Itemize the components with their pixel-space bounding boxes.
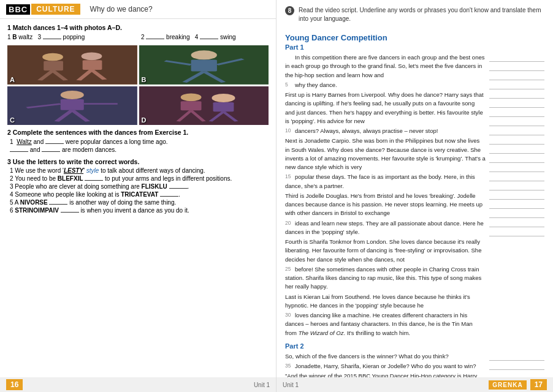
photo-d: D (139, 86, 269, 126)
answer-line (489, 156, 544, 163)
photo-a: A (7, 45, 137, 85)
answer-line (489, 55, 544, 62)
grenka-logo: GRENKA (489, 380, 526, 390)
image-grid: A B (7, 45, 269, 125)
ex3-title: 3 Use the letters to write the correct w… (7, 158, 269, 165)
reading-cols: In this competition there are five dance… (285, 53, 544, 339)
answer-line (489, 137, 544, 145)
ex2-item-1: 1 Waltz and were popular dances a long t… (10, 138, 269, 145)
reading-cols-2: So, which of the five dancers is the win… (285, 352, 544, 379)
svg-rect-11 (191, 59, 216, 71)
ex1-title: 1 Match dances 1–4 with photos A–D. (7, 24, 269, 31)
right-page: 8 Read the video script. Underline any w… (276, 0, 553, 392)
svg-rect-27 (213, 102, 234, 111)
answer-line (489, 202, 544, 209)
answer-line (489, 174, 544, 181)
culture-label: CULTURE (31, 4, 80, 15)
reading-text-main: In this competition there are five dance… (285, 53, 486, 339)
left-footer: 16 Unit 1 (0, 377, 276, 392)
photo-d-label: D (142, 116, 147, 124)
part2-label: Part 2 (285, 342, 544, 350)
svg-point-3 (82, 52, 102, 60)
svg-point-17 (61, 90, 84, 99)
svg-point-10 (191, 50, 216, 59)
exercise-3: 3 Use the letters to write the correct w… (7, 158, 269, 214)
unit-label-left: Unit 1 (254, 382, 270, 388)
photo-c-label: C (10, 116, 15, 124)
ex3-i4: 4 Someone who people like looking at is … (10, 190, 269, 198)
photo-c: C (7, 86, 137, 126)
ex2-item-2: and are modern dances. (10, 146, 269, 153)
side-answer-lines-2 (489, 352, 544, 379)
right-content: 8 Read the video script. Underline any w… (276, 0, 553, 379)
svg-point-24 (180, 93, 201, 101)
ex1-items: 1 B waltz 3 popping 2 breaking 4 swing (7, 33, 269, 40)
answer-line (489, 363, 544, 370)
photo-b: B (139, 45, 269, 85)
answer-line (489, 183, 544, 190)
reading-section: Young Dancer Competition Part 1 In this … (285, 33, 544, 379)
reading-text-part2: So, which of the five dancers is the win… (285, 352, 486, 379)
ex1-item-2: 2 breaking 4 swing (141, 33, 269, 40)
answer-line (489, 91, 544, 99)
q8-num: 8 (285, 6, 294, 15)
svg-rect-23 (139, 86, 269, 126)
svg-point-1 (42, 53, 63, 61)
ex3-i1: 1 We use the word 'LESTY' style to talk … (10, 167, 269, 174)
ex2-title: 2 Complete the sentences with the dances… (7, 129, 269, 136)
answer-line (489, 220, 544, 227)
photo-b-label: B (142, 76, 147, 83)
right-footer: Unit 1 GRENKA 17 (276, 377, 553, 392)
instruction-8-block: 8 Read the video script. Underline any w… (285, 6, 544, 28)
svg-rect-18 (61, 99, 84, 110)
answer-line (489, 128, 544, 135)
answer-line (489, 353, 544, 361)
header-question: Why do we dance? (90, 5, 153, 13)
svg-rect-2 (44, 61, 63, 70)
exercise-2: 2 Complete the sentences with the dances… (7, 129, 269, 153)
header-bar: BBC CULTURE Why do we dance? (0, 0, 276, 19)
svg-rect-0 (7, 45, 137, 85)
answer-line (489, 82, 544, 89)
svg-rect-25 (180, 101, 201, 110)
photo-a-label: A (10, 76, 15, 83)
ex3-i2: 2 You need to be BLEFXIL to put your arm… (10, 175, 269, 182)
answer-line (489, 64, 544, 71)
exercise-1: 1 Match dances 1–4 with photos A–D. 1 B … (7, 24, 269, 40)
answer-line (489, 192, 544, 200)
answer-line (489, 73, 544, 80)
answer-line (489, 100, 544, 108)
left-content: 1 Match dances 1–4 with photos A–D. 1 B … (0, 19, 276, 374)
bbc-text: BBC (6, 4, 30, 15)
page-num-16: 16 (6, 379, 23, 390)
svg-rect-4 (83, 60, 102, 70)
answer-line (489, 211, 544, 218)
ex1-item-1: 1 B waltz 3 popping (7, 33, 135, 40)
answer-line (489, 146, 544, 154)
answer-line (489, 229, 544, 236)
reading-title: Young Dancer Competition (285, 33, 544, 42)
page-num-17: 17 (530, 379, 547, 390)
svg-point-26 (212, 94, 235, 102)
ex3-i3: 3 People who are clever at doing somethi… (10, 183, 269, 190)
unit-label-right: Unit 1 (283, 382, 299, 388)
left-page: BBC CULTURE Why do we dance? 1 Match dan… (0, 0, 276, 392)
ex3-i6: 6 STRINOIMPAIV is when you invent a danc… (10, 206, 269, 214)
side-answer-lines (489, 53, 544, 339)
answer-line (489, 165, 544, 172)
part1-label: Part 1 (285, 43, 544, 51)
bbc-logo: BBC CULTURE (6, 4, 80, 15)
answer-line (489, 110, 544, 117)
answer-line (489, 119, 544, 126)
instruction-8: Read the video script. Underline any wor… (299, 6, 544, 23)
ex3-i5: 5 A NIVORSE is another way of doing the … (10, 198, 269, 206)
